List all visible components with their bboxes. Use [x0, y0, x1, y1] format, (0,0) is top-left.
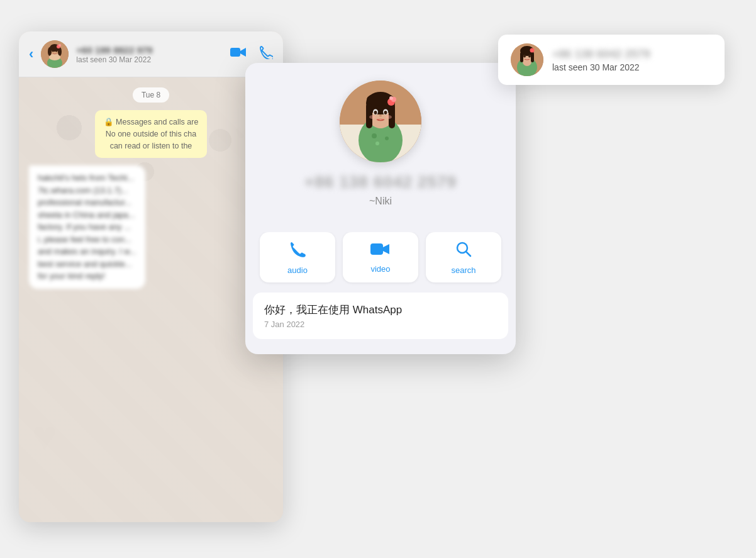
- svg-point-18: [375, 142, 379, 145]
- action-buttons: audio video search: [245, 232, 516, 282]
- video-call-button[interactable]: [230, 46, 247, 62]
- audio-icon: [289, 240, 306, 260]
- svg-rect-43: [520, 52, 523, 62]
- svg-point-46: [528, 55, 531, 58]
- contact-card: +86 138 6042 2579 ~Niki audio video: [245, 63, 516, 354]
- back-button[interactable]: ‹: [29, 47, 33, 61]
- audio-label: audio: [287, 265, 308, 275]
- header-info: +60 199 8822 979 last seen 30 Mar 2022: [76, 45, 223, 64]
- status-text: 你好，我正在使用 WhatsApp: [264, 303, 497, 317]
- svg-point-29: [379, 115, 382, 117]
- video-call-action-button[interactable]: video: [343, 232, 418, 282]
- video-label: video: [370, 264, 390, 274]
- tooltip-popup: +86 138 6042 2579 last seen 30 Mar 2022: [498, 35, 725, 85]
- svg-point-4: [48, 47, 52, 56]
- status-date: 7 Jan 2022: [264, 320, 497, 329]
- contact-name: ~Niki: [369, 196, 392, 207]
- svg-point-45: [523, 55, 526, 58]
- system-message: 🔒 Messages and calls areNo one outside o…: [95, 110, 208, 158]
- chat-decor-2: ✉: [192, 203, 245, 277]
- header-phone: +60 199 8822 979: [76, 45, 223, 55]
- svg-point-34: [386, 115, 392, 119]
- chat-decor-3: ♥: [31, 411, 58, 461]
- phone-call-icon: [259, 45, 273, 59]
- svg-point-47: [530, 48, 535, 53]
- chat-bubble: hakchit's helo from Techt... 7tc.whara.c…: [29, 165, 145, 289]
- phone-call-button[interactable]: [259, 45, 273, 63]
- contact-phone-blurred: +86 138 6042 2579: [304, 172, 457, 192]
- svg-rect-12: [230, 48, 240, 57]
- svg-point-5: [58, 47, 62, 56]
- video-call-icon: [230, 46, 247, 59]
- chat-window: ‹: [19, 31, 283, 522]
- contact-avatar-large: [340, 81, 421, 162]
- svg-point-16: [372, 133, 377, 138]
- svg-rect-35: [370, 243, 383, 255]
- search-action-button[interactable]: search: [426, 232, 501, 282]
- tooltip-phone: +86 138 6042 2579: [552, 48, 712, 61]
- svg-line-37: [466, 252, 470, 256]
- svg-point-7: [49, 54, 60, 60]
- video-icon: [370, 242, 391, 259]
- status-section: 你好，我正在使用 WhatsApp 7 Jan 2022: [253, 293, 508, 339]
- svg-rect-44: [531, 52, 534, 62]
- svg-point-27: [374, 111, 377, 114]
- person-illustration: [41, 40, 69, 68]
- audio-call-button[interactable]: audio: [260, 232, 335, 282]
- contact-avatar-image: [340, 81, 421, 162]
- avatar-image: [41, 40, 69, 68]
- svg-point-32: [389, 96, 393, 100]
- contact-card-top: +86 138 6042 2579 ~Niki: [245, 63, 516, 232]
- date-badge: Tue 8: [133, 87, 169, 103]
- search-label: search: [451, 265, 475, 275]
- avatar: [41, 40, 69, 68]
- tooltip-avatar: [511, 43, 543, 76]
- chat-header: ‹: [19, 31, 283, 77]
- tooltip-lastseen: last seen 30 Mar 2022: [552, 62, 712, 72]
- svg-point-17: [385, 137, 389, 140]
- svg-point-8: [52, 50, 54, 52]
- svg-point-11: [58, 44, 61, 47]
- svg-point-33: [369, 115, 375, 119]
- header-icons: [230, 45, 273, 63]
- search-icon: [455, 240, 472, 260]
- svg-point-28: [384, 111, 387, 114]
- header-lastseen: last seen 30 Mar 2022: [76, 55, 223, 64]
- chat-body: ✓ ✉ ♥ Tue 8 🔒 Messages and calls areNo o…: [19, 77, 283, 522]
- svg-point-9: [56, 50, 58, 52]
- tooltip-info: +86 138 6042 2579 last seen 30 Mar 2022: [552, 48, 712, 72]
- tooltip-avatar-image: [511, 43, 543, 76]
